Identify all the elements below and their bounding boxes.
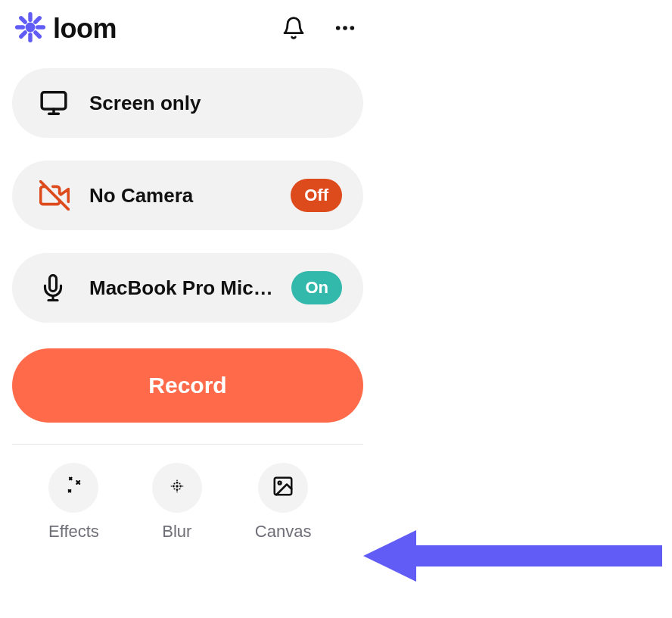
- svg-point-22: [176, 488, 178, 491]
- svg-marker-33: [363, 530, 662, 582]
- recorder-panel: loom: [0, 0, 375, 542]
- blur-tool[interactable]: Blur: [152, 463, 202, 542]
- record-button[interactable]: Record: [12, 348, 363, 423]
- svg-rect-3: [36, 25, 45, 29]
- svg-point-18: [176, 485, 179, 488]
- effects-tool[interactable]: Effects: [48, 463, 99, 542]
- svg-point-23: [173, 482, 175, 484]
- camera-option[interactable]: No Camera Off: [12, 161, 363, 230]
- svg-point-25: [173, 488, 175, 489]
- svg-rect-12: [42, 92, 66, 109]
- effects-label: Effects: [48, 522, 99, 542]
- svg-point-27: [170, 485, 172, 487]
- blur-label: Blur: [162, 522, 191, 542]
- more-button[interactable]: [330, 13, 360, 45]
- canvas-label: Canvas: [255, 522, 312, 542]
- tools-row: Effects Blur: [12, 463, 363, 542]
- svg-rect-4: [33, 15, 42, 25]
- microphone-label: MacBook Pro Mic…: [89, 276, 291, 300]
- svg-rect-2: [15, 25, 25, 29]
- svg-point-19: [173, 485, 175, 488]
- header: loom: [12, 12, 363, 68]
- svg-rect-0: [28, 12, 32, 22]
- brand-name: loom: [53, 13, 117, 45]
- sparkles-icon: [62, 475, 85, 501]
- camera-status-badge: Off: [291, 179, 342, 212]
- monitor-icon: [39, 89, 71, 117]
- svg-rect-5: [18, 30, 28, 39]
- divider: [12, 444, 363, 445]
- microphone-icon: [39, 274, 71, 301]
- svg-point-24: [179, 482, 180, 484]
- svg-point-11: [350, 26, 355, 30]
- annotation-arrow-icon: [363, 526, 666, 586]
- svg-point-20: [179, 485, 182, 488]
- notifications-button[interactable]: [278, 13, 309, 45]
- svg-rect-6: [18, 15, 28, 25]
- svg-rect-1: [28, 33, 32, 42]
- bell-icon: [282, 16, 306, 42]
- camera-off-icon: [39, 180, 71, 211]
- svg-point-8: [26, 23, 36, 33]
- svg-point-30: [176, 492, 178, 493]
- header-actions: [278, 13, 360, 45]
- loom-logo-icon: [15, 12, 45, 45]
- screen-source-label: Screen only: [89, 92, 342, 115]
- svg-point-28: [182, 485, 184, 487]
- svg-point-10: [343, 26, 347, 30]
- microphone-option[interactable]: MacBook Pro Mic… On: [12, 253, 363, 323]
- camera-label: No Camera: [89, 184, 291, 208]
- svg-point-26: [179, 488, 180, 489]
- microphone-status-badge: On: [291, 271, 342, 304]
- image-icon: [272, 475, 294, 501]
- svg-point-9: [336, 26, 341, 30]
- svg-point-29: [176, 480, 178, 482]
- svg-point-32: [278, 482, 282, 485]
- svg-point-21: [176, 482, 178, 484]
- more-horizontal-icon: [333, 16, 357, 42]
- screen-source-option[interactable]: Screen only: [12, 68, 363, 138]
- recording-options: Screen only No Camera Off: [12, 68, 363, 323]
- blur-icon: [166, 476, 188, 500]
- canvas-tool[interactable]: Canvas: [255, 463, 312, 542]
- brand: loom: [15, 12, 117, 45]
- svg-rect-7: [33, 30, 42, 39]
